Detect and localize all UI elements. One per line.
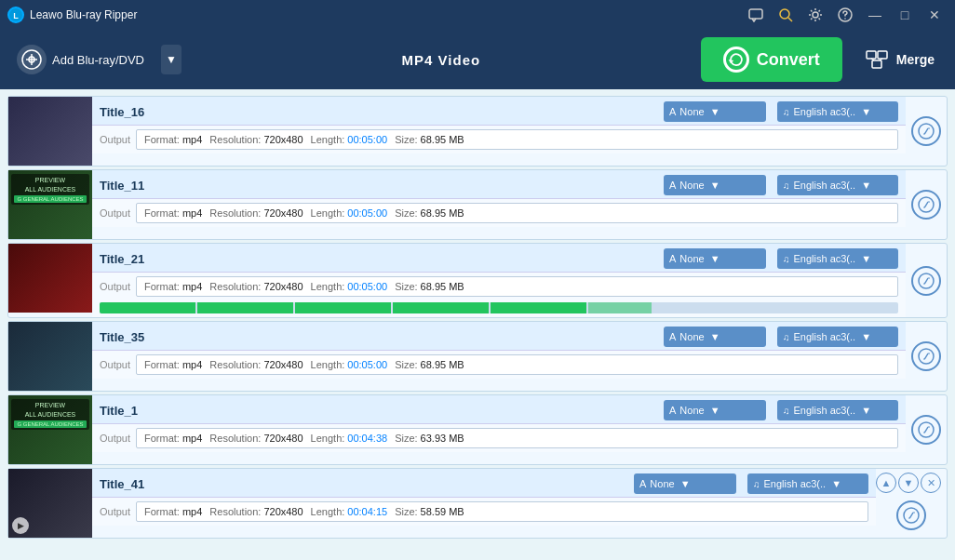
edit-button[interactable] <box>911 341 941 371</box>
format-kv: Format: mp4 <box>144 359 202 370</box>
add-disc-icon <box>17 45 47 74</box>
size-key: Size: <box>395 134 417 145</box>
settings-icon-btn[interactable] <box>802 5 828 25</box>
app-title: Leawo Blu-ray Ripper <box>30 8 137 21</box>
edit-button[interactable] <box>911 116 941 146</box>
resolution-key: Resolution: <box>209 506 261 517</box>
resolution-key: Resolution: <box>209 433 261 444</box>
resolution-key: Resolution: <box>209 359 261 370</box>
minimize-button[interactable]: — <box>862 5 888 25</box>
add-label: Add Blu-ray/DVD <box>52 53 144 67</box>
video-title: Title_41 <box>100 477 144 491</box>
subtitle-dropdown[interactable]: A None ▼ <box>664 175 766 195</box>
audio-dropdown[interactable]: ♫ English ac3(.. ▼ <box>777 248 898 269</box>
progress-bar <box>100 302 898 313</box>
subtitle-arrow: ▼ <box>710 331 720 342</box>
length-kv: Length: 00:05:00 <box>311 207 388 219</box>
video-title-row: Title_41 A None ▼ ♫ English ac3(.. ▼ <box>92 469 876 498</box>
title-bar-left: L Leawo Blu-ray Ripper <box>7 7 137 23</box>
audio-value: English ac3(.. <box>764 478 827 489</box>
resolution-val: 720x480 <box>263 281 303 292</box>
video-title-row: Title_16 A None ▼ ♫ English ac3(.. ▼ <box>92 97 906 126</box>
video-item: ▶ Title_41 A None ▼ ♫ English ac3(.. ▼ <box>7 468 948 539</box>
video-list: Title_16 A None ▼ ♫ English ac3(.. ▼ Out… <box>0 89 955 560</box>
edit-button[interactable] <box>896 500 926 530</box>
video-title-row: Title_35 A None ▼ ♫ English ac3(.. ▼ <box>92 322 906 351</box>
length-kv: Length: 00:05:00 <box>311 134 388 145</box>
toolbar: Add Blu-ray/DVD ▼ MP4 Video Convert Merg… <box>0 30 955 89</box>
output-field: Format: mp4 Resolution: 720x480 Length: … <box>136 501 868 522</box>
audio-arrow: ▼ <box>861 106 871 117</box>
size-val: 68.95 MB <box>421 281 464 292</box>
audio-dropdown[interactable]: ♫ English ac3(.. ▼ <box>777 327 898 347</box>
close-button[interactable]: ✕ <box>921 5 948 25</box>
size-kv: Size: 63.93 MB <box>395 433 464 444</box>
format-val: mp4 <box>182 506 202 517</box>
search-icon-btn[interactable] <box>773 5 799 25</box>
svg-rect-2 <box>749 9 762 19</box>
subtitle-arrow: ▼ <box>710 405 720 416</box>
audio-dropdown[interactable]: ♫ English ac3(.. ▼ <box>777 175 898 195</box>
video-item: PREVIEWALL AUDIENCESG GENERAL AUDIENCES … <box>7 394 948 465</box>
audio-value: English ac3(.. <box>794 405 856 416</box>
size-key: Size: <box>395 359 417 370</box>
help-icon-btn[interactable] <box>832 5 858 25</box>
length-key: Length: <box>311 134 345 145</box>
edit-button[interactable] <box>911 415 941 445</box>
audio-dropdown[interactable]: ♫ English ac3(.. ▼ <box>777 101 898 122</box>
svg-point-3 <box>780 9 789 19</box>
edit-button[interactable] <box>911 190 941 220</box>
format-kv: Format: mp4 <box>144 433 202 444</box>
audio-dropdown[interactable]: ♫ English ac3(.. ▼ <box>747 473 868 494</box>
format-kv: Format: mp4 <box>144 506 202 517</box>
subtitle-dropdown[interactable]: A None ▼ <box>664 400 766 420</box>
format-val: mp4 <box>182 359 202 370</box>
audio-dropdown[interactable]: ♫ English ac3(.. ▼ <box>777 400 898 420</box>
length-val: 00:05:00 <box>347 281 387 292</box>
subtitle-icon: A <box>669 331 676 342</box>
audio-arrow: ▼ <box>861 253 871 264</box>
output-label: Output <box>100 207 130 219</box>
length-key: Length: <box>311 506 345 517</box>
audio-icon: ♫ <box>753 479 760 489</box>
move-down-button[interactable]: ▼ <box>898 473 919 493</box>
resolution-kv: Resolution: 720x480 <box>209 433 303 444</box>
format-key: Format: <box>144 506 180 517</box>
maximize-button[interactable]: □ <box>892 5 918 25</box>
convert-button[interactable]: Convert <box>701 37 842 82</box>
size-val: 68.95 MB <box>421 207 464 219</box>
size-val: 68.95 MB <box>421 134 464 145</box>
subtitle-dropdown[interactable]: A None ▼ <box>664 327 766 347</box>
move-up-button[interactable]: ▲ <box>876 473 896 493</box>
subtitle-value: None <box>679 106 704 117</box>
convert-label: Convert <box>757 50 820 70</box>
add-dropdown-arrow[interactable]: ▼ <box>161 45 182 74</box>
size-key: Size: <box>395 281 417 292</box>
format-key: Format: <box>144 134 180 145</box>
video-main: Title_11 A None ▼ ♫ English ac3(.. ▼ Out… <box>92 170 906 239</box>
svg-text:L: L <box>13 11 19 20</box>
edit-button[interactable] <box>911 266 941 296</box>
format-key: Format: <box>144 207 180 219</box>
merge-button[interactable]: Merge <box>852 38 946 81</box>
resolution-key: Resolution: <box>209 134 261 145</box>
app-logo: L <box>7 7 24 23</box>
subtitle-value: None <box>679 180 704 191</box>
subtitle-dropdown[interactable]: A None ▼ <box>664 101 766 122</box>
output-label: Output <box>100 134 130 145</box>
format-kv: Format: mp4 <box>144 134 202 145</box>
subtitle-dropdown[interactable]: A None ▼ <box>634 473 736 494</box>
format-val: mp4 <box>182 207 202 219</box>
audio-arrow: ▼ <box>861 405 871 416</box>
video-output-row: Output Format: mp4 Resolution: 720x480 L… <box>92 351 906 379</box>
message-icon-btn[interactable] <box>743 5 769 25</box>
add-bluray-button[interactable]: Add Blu-ray/DVD <box>9 39 152 80</box>
remove-button[interactable]: ✕ <box>921 473 941 493</box>
format-key: Format: <box>144 281 180 292</box>
subtitle-dropdown[interactable]: A None ▼ <box>664 248 766 269</box>
subtitle-value: None <box>650 478 674 489</box>
audio-value: English ac3(.. <box>794 253 856 264</box>
length-key: Length: <box>311 281 345 292</box>
video-title: Title_1 <box>100 404 138 418</box>
resolution-kv: Resolution: 720x480 <box>209 207 303 219</box>
